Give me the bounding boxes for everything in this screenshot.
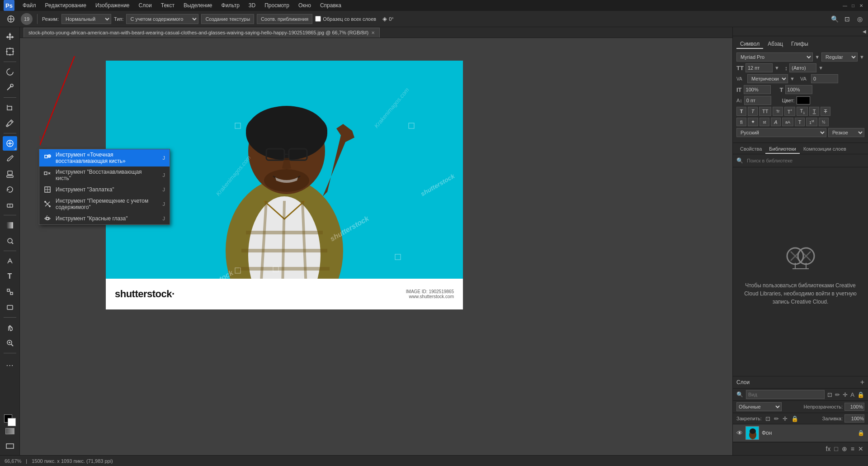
layer-effects-btn[interactable]: fx — [825, 444, 831, 453]
fmt-fraction[interactable]: ½ — [819, 118, 829, 126]
text-tool[interactable]: T — [3, 269, 17, 284]
menu-filter[interactable]: Фильтр — [218, 1, 243, 10]
brush-size-indicator[interactable]: 19 — [21, 13, 33, 25]
fmt-underline[interactable]: T — [809, 107, 819, 116]
kerning-select[interactable]: Метрически — [747, 74, 788, 83]
menu-3d[interactable]: 3D — [245, 1, 259, 10]
doc-tab-close[interactable]: ✕ — [371, 30, 375, 35]
layers-filter-icon-3[interactable]: ✛ — [843, 391, 848, 398]
layers-filter-icon-4[interactable]: A — [850, 391, 854, 398]
fmt-aa-ligature[interactable]: aA — [782, 118, 793, 126]
sample-all-layers-checkbox[interactable] — [315, 16, 321, 22]
texture-button[interactable]: Создание текстуры — [201, 14, 254, 24]
menu-image[interactable]: Изображение — [92, 1, 133, 10]
tracking-input[interactable] — [811, 74, 838, 83]
fmt-superscript[interactable]: T+ — [784, 107, 796, 116]
screen-mode-btn[interactable] — [3, 439, 17, 453]
tab-symbol[interactable]: Символ — [736, 40, 763, 49]
antialiasing-select[interactable]: Резкое — [828, 128, 864, 137]
mode-select[interactable]: Нормальный — [61, 14, 111, 24]
ctx-red-eye[interactable]: Инструмент "Красные глаза" J — [39, 213, 170, 224]
lock-all-btn[interactable]: 🔒 — [791, 415, 798, 422]
menu-help[interactable]: Справка — [316, 1, 345, 10]
eraser-tool[interactable] — [3, 198, 17, 212]
dodge-tool[interactable] — [3, 233, 17, 248]
artboard-tool[interactable] — [3, 44, 17, 59]
lock-position-btn[interactable]: ✏ — [774, 415, 779, 422]
font-size-input[interactable] — [745, 63, 773, 72]
crop-tool[interactable] — [3, 100, 17, 115]
document-tab[interactable]: stock-photo-young-african-american-man-w… — [24, 28, 380, 38]
brush-tool[interactable] — [3, 152, 17, 166]
gradient-tool[interactable] — [3, 218, 17, 233]
language-select[interactable]: Русский — [736, 128, 826, 137]
more-tools[interactable]: … — [3, 356, 17, 371]
fmt-strikethrough[interactable]: T — [821, 107, 830, 116]
menu-layers[interactable]: Слои — [135, 1, 156, 10]
menu-select[interactable]: Выделение — [180, 1, 216, 10]
tab-libraries[interactable]: Библиотеки — [765, 145, 800, 154]
lasso-tool[interactable] — [3, 65, 17, 79]
fmt-ligature-fi[interactable]: fi — [736, 118, 746, 126]
type-select[interactable]: С учетом содержимого — [126, 14, 198, 24]
tab-paragraph[interactable]: Абзац — [764, 40, 787, 49]
layer-mask-btn[interactable]: □ — [833, 444, 839, 453]
panel-collapse-button[interactable]: ◀ — [733, 27, 868, 36]
scale-v-input[interactable] — [744, 85, 771, 94]
quick-mask-btn[interactable] — [5, 428, 14, 434]
move-tool[interactable] — [3, 29, 17, 43]
layers-filter-icon-2[interactable]: ✏ — [835, 391, 840, 398]
close-button[interactable]: ✕ — [858, 2, 864, 9]
zoom-tool[interactable] — [3, 336, 17, 350]
fmt-standard-ligatures[interactable]: ✦ — [748, 118, 758, 126]
stamp-tool[interactable] — [3, 167, 17, 181]
menu-edit[interactable]: Редактирование — [42, 1, 90, 10]
layer-visibility-toggle[interactable]: 👁 — [736, 429, 743, 437]
menu-window[interactable]: Окно — [295, 1, 315, 10]
layer-group-btn[interactable]: ≡ — [850, 444, 855, 453]
menu-file[interactable]: Файл — [19, 1, 40, 10]
path-tool[interactable] — [3, 285, 17, 299]
lock-move-btn[interactable]: ✛ — [783, 415, 788, 422]
approx-button[interactable]: Соотв. приближения — [257, 14, 312, 24]
fg-bg-swatch[interactable] — [4, 414, 16, 426]
fmt-all-caps[interactable]: TT — [759, 107, 771, 116]
search-icon[interactable]: 🔍 — [830, 14, 839, 24]
layers-filter-input[interactable] — [746, 390, 825, 399]
ctx-content-aware-move[interactable]: Инструмент "Перемещение с учетом содержи… — [39, 195, 170, 213]
share-icon[interactable]: ◎ — [855, 14, 864, 24]
opacity-input[interactable] — [844, 403, 864, 411]
maximize-button[interactable]: □ — [850, 2, 856, 9]
ctx-patch[interactable]: Инструмент "Заплатка" J — [39, 184, 170, 195]
fill-input[interactable] — [844, 414, 864, 423]
color-swatch[interactable] — [797, 96, 810, 105]
leading-input[interactable] — [789, 63, 816, 72]
layers-filter-icon-1[interactable]: ⊡ — [827, 391, 832, 398]
tab-glyphs[interactable]: Глифы — [788, 40, 812, 49]
ctx-healing[interactable]: Инструмент "Восстанавливающая кисть" J — [39, 166, 170, 184]
minimize-button[interactable]: — — [842, 2, 848, 9]
blend-mode-select[interactable]: Обычные — [736, 402, 782, 411]
tab-properties[interactable]: Свойства — [736, 145, 765, 154]
healing-tool-icon[interactable] — [4, 12, 18, 26]
fmt-swash[interactable]: A — [771, 118, 781, 126]
lib-search-input[interactable] — [745, 156, 864, 165]
lock-pixels-btn[interactable]: ⊡ — [765, 415, 770, 422]
baseline-input[interactable] — [744, 96, 771, 105]
pen-tool[interactable] — [3, 254, 17, 268]
fmt-italic[interactable]: T — [748, 107, 758, 116]
font-family-select[interactable]: Myriad Pro — [736, 52, 813, 62]
shape-tool[interactable] — [3, 300, 17, 314]
scale-h-input[interactable] — [785, 85, 812, 94]
eyedropper-tool[interactable] — [3, 116, 17, 130]
fmt-st-ligature[interactable]: st — [760, 118, 769, 126]
history-brush-tool[interactable] — [3, 182, 17, 197]
layer-row[interactable]: 👁 Фон 🔒 — [733, 424, 868, 442]
layers-filter-icon-5[interactable]: 🔒 — [857, 391, 864, 398]
fmt-small-caps[interactable]: Tr — [773, 107, 783, 116]
magic-wand-tool[interactable] — [3, 80, 17, 95]
layer-adjustment-btn[interactable]: ⊕ — [841, 444, 848, 453]
tab-compositions[interactable]: Композиции слоев — [800, 145, 850, 154]
ctx-spot-healing[interactable]: Инструмент «Точечная восстанавливающая к… — [39, 149, 170, 166]
menu-text[interactable]: Текст — [157, 1, 178, 10]
